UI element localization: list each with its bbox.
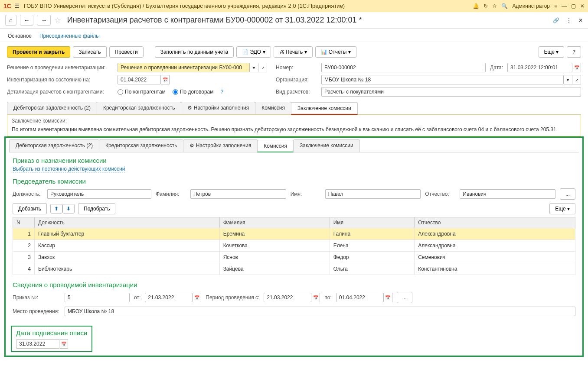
table-row[interactable]: 1Главный бухгалтерЕреминаГалинаАлександр… xyxy=(13,228,575,240)
maximize-icon[interactable]: ▢ xyxy=(571,3,576,9)
history-icon[interactable]: ↻ xyxy=(483,3,488,9)
lbl-number: Номер: xyxy=(276,65,317,71)
bell-icon[interactable]: 🔔 xyxy=(473,3,479,9)
conclusion-text[interactable]: По итогам инвентаризации выявлена сомнит… xyxy=(7,125,581,136)
fill-button[interactable]: Заполнить по данным учета xyxy=(155,46,234,58)
tab-main[interactable]: Основное xyxy=(8,33,32,39)
lbl-chair-patr: Отчество: xyxy=(425,191,455,197)
col-n[interactable]: N xyxy=(13,217,35,228)
more-button[interactable]: Еще xyxy=(539,46,565,58)
printer-icon: 🖨 xyxy=(279,49,286,55)
close-page-icon[interactable]: ✕ xyxy=(578,17,583,23)
date-calendar-icon[interactable]: 📅 xyxy=(572,63,581,72)
minimize-icon[interactable]: — xyxy=(562,3,567,9)
post-close-button[interactable]: Провести и закрыть xyxy=(7,46,70,58)
page-toolbar: ⌂ ← → ☆ Инвентаризация расчетов с контра… xyxy=(0,12,588,29)
choose-commission-link[interactable]: Выбрать из постоянно действующих комисси… xyxy=(13,166,125,172)
edo-button[interactable]: 📄 ЭДО xyxy=(236,46,271,58)
move-down-button[interactable]: ⬇ xyxy=(62,204,75,213)
asof-input[interactable]: 01.04.2022 xyxy=(118,75,161,84)
app-title: ГОБУ ВПО Университет искусств (Субсидия)… xyxy=(24,3,473,9)
table-row[interactable]: 4БиблиотекарьЗайцеваОльгаКонстантиновна xyxy=(13,263,575,275)
tab-debit-1[interactable]: Дебиторская задолженность (2) xyxy=(7,102,97,114)
chair-post-input[interactable]: Руководитель xyxy=(47,189,151,199)
header-form: Решение о проведении инвентаризации: Реш… xyxy=(0,62,588,97)
tab-conclusion-1[interactable]: Заключение комиссии xyxy=(291,102,358,115)
sign-date-input[interactable]: 31.03.2022 xyxy=(16,339,59,349)
sign-date-calendar-icon[interactable]: 📅 xyxy=(59,339,68,349)
link-external-icon[interactable]: 🔗 xyxy=(553,17,559,23)
decision-open-icon[interactable]: ↗ xyxy=(258,63,267,72)
tab-settings-2[interactable]: Настройки заполнения xyxy=(183,139,258,152)
main-menu-icon[interactable]: ☰ xyxy=(15,3,20,9)
table-row[interactable]: 3ЗавхозЯсновФедорСеменович xyxy=(13,252,575,263)
col-name[interactable]: Имя xyxy=(330,217,415,228)
org-dropdown-icon[interactable]: ▾ xyxy=(564,75,572,84)
conclusion-box: Заключение комиссии: По итогам инвентари… xyxy=(7,115,581,136)
org-open-icon[interactable]: ↗ xyxy=(572,75,581,84)
lbl-kind: Вид расчетов: xyxy=(276,89,317,95)
period-from-input[interactable]: 21.03.2022 xyxy=(264,293,311,302)
org-input[interactable]: МБОУ Школа № 18 xyxy=(321,75,564,84)
number-input[interactable]: БУ00-000002 xyxy=(321,63,486,72)
tab-conclusion-2[interactable]: Заключение комиссии xyxy=(293,139,360,152)
edo-icon: 📄 xyxy=(242,49,250,55)
action-bar: Провести и закрыть Записать Провести Зап… xyxy=(0,42,588,62)
chair-title: Председатель комиссии xyxy=(13,178,575,185)
table-row[interactable]: 2КассирКочетковаЕленаАлександровна xyxy=(13,240,575,252)
lbl-org: Организация: xyxy=(276,77,317,83)
list-more-button[interactable]: Еще xyxy=(549,203,575,214)
tab-commission-2[interactable]: Комиссия xyxy=(257,140,294,152)
pick-button[interactable]: Подобрать xyxy=(78,203,115,214)
period-to-calendar-icon[interactable]: 📅 xyxy=(384,293,392,302)
print-button[interactable]: 🖨 Печать xyxy=(274,46,313,58)
help-icon[interactable]: ? xyxy=(220,89,223,95)
favorite-icon[interactable]: ☆ xyxy=(54,16,61,25)
decision-dropdown-icon[interactable]: ▾ xyxy=(250,63,258,72)
period-from-calendar-icon[interactable]: 📅 xyxy=(311,293,320,302)
move-up-button[interactable]: ⬆ xyxy=(50,204,62,213)
lbl-chair-fam: Фамилия: xyxy=(156,191,186,197)
asof-calendar-icon[interactable]: 📅 xyxy=(161,75,170,84)
place-input[interactable]: МБОУ Школа № 18 xyxy=(65,307,575,316)
settings-icon[interactable]: ≡ xyxy=(554,3,557,9)
date-input[interactable]: 31.03.2022 12:00:01 xyxy=(507,63,572,72)
tab-files[interactable]: Присоединенные файлы xyxy=(39,33,100,39)
tab-credit-2[interactable]: Кредиторская задолженность xyxy=(99,139,183,152)
order-from-input[interactable]: 21.03.2022 xyxy=(145,293,193,302)
col-patr[interactable]: Отчество xyxy=(415,217,575,228)
home-button[interactable]: ⌂ xyxy=(5,15,16,26)
radio-counterparty[interactable]: По контрагентам xyxy=(118,89,166,95)
tab-debit-2[interactable]: Дебиторская задолженность (2) xyxy=(9,139,99,152)
chair-more-button[interactable]: ... xyxy=(560,188,575,200)
period-more-button[interactable]: ... xyxy=(397,292,412,303)
col-post[interactable]: Должность xyxy=(35,217,220,228)
back-button[interactable]: ← xyxy=(20,15,33,26)
tab-commission-1[interactable]: Комиссия xyxy=(255,102,291,114)
star-icon[interactable]: ☆ xyxy=(492,3,497,9)
reports-button[interactable]: 📊 Отчеты xyxy=(315,46,356,58)
order-no-input[interactable]: 5 xyxy=(65,293,130,302)
chair-patr-input[interactable]: Иванович xyxy=(460,189,555,199)
save-button[interactable]: Записать xyxy=(73,46,106,58)
lbl-period: Период проведения с: xyxy=(206,294,259,301)
decision-input[interactable]: Решение о проведении инвентаризации БУ00… xyxy=(118,63,250,72)
col-fam[interactable]: Фамилия xyxy=(219,217,330,228)
tab-credit-1[interactable]: Кредиторская задолженность xyxy=(97,102,181,114)
help-button[interactable]: ? xyxy=(567,46,581,58)
post-button[interactable]: Провести xyxy=(109,46,144,58)
chair-fam-input[interactable]: Петров xyxy=(190,189,286,199)
forward-button[interactable]: → xyxy=(37,15,50,26)
order-from-calendar-icon[interactable]: 📅 xyxy=(193,293,201,302)
user-label[interactable]: Администратор xyxy=(512,3,550,9)
period-to-input[interactable]: 01.04.2022 xyxy=(336,293,384,302)
outer-tab-strip: Дебиторская задолженность (2) Кредиторск… xyxy=(7,102,581,115)
kebab-icon[interactable]: ⋮ xyxy=(566,17,572,23)
close-icon[interactable]: ✕ xyxy=(580,3,585,9)
kind-input[interactable]: Расчеты с покупателями xyxy=(321,87,581,97)
chair-name-input[interactable]: Павел xyxy=(325,189,421,199)
tab-settings-1[interactable]: Настройки заполнения xyxy=(181,102,255,114)
search-icon[interactable]: 🔍 xyxy=(501,3,508,9)
radio-contract[interactable]: По договорам xyxy=(173,89,214,95)
add-button[interactable]: Добавить xyxy=(13,203,47,214)
